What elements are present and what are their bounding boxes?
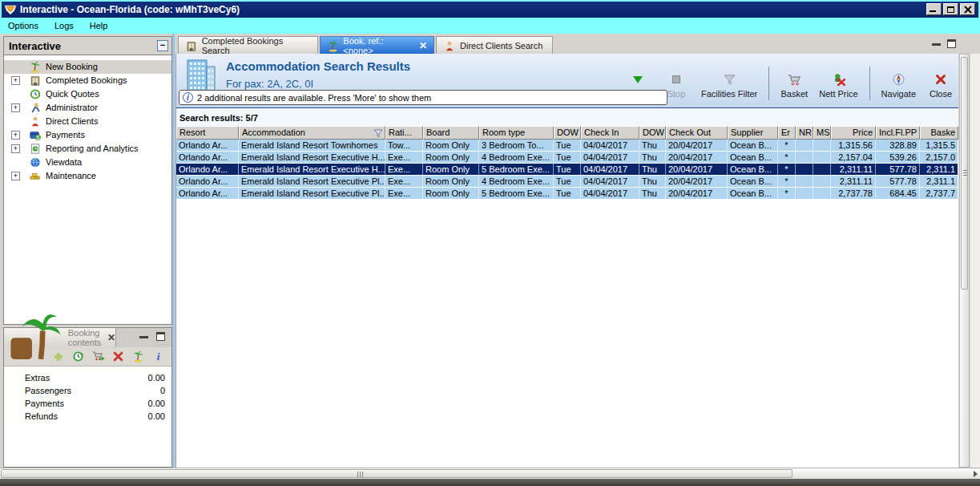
sidebar-item-label: Maintenance	[46, 171, 96, 180]
minimize-button[interactable]	[926, 3, 942, 15]
column-header-label: Accommodation	[242, 128, 305, 137]
table-cell: Thu	[639, 152, 666, 163]
column-header[interactable]: Rati...	[385, 126, 423, 140]
column-header[interactable]: NR	[796, 126, 813, 140]
booking-contents-close-icon[interactable]: ✕	[107, 332, 115, 343]
close-results-button[interactable]: Close	[927, 73, 954, 100]
sidebar-item-quick-quotes[interactable]: Quick Quotes	[4, 87, 171, 101]
table-cell: Emerald Island Resort Executive Pl...	[239, 176, 385, 187]
scroll-right-arrow-icon[interactable]	[974, 471, 978, 477]
delete-x-icon[interactable]	[111, 350, 125, 363]
tab-panel-minimize-icon[interactable]	[932, 43, 941, 46]
tab-close-icon[interactable]: ✕	[419, 40, 427, 51]
table-row[interactable]: Orlando Ar...Emerald Island Resort Execu…	[176, 164, 958, 176]
info-i-icon[interactable]: i	[151, 350, 165, 363]
sidebar-item-viewdata[interactable]: Viewdata	[4, 156, 171, 169]
table-cell: 2,311.11	[831, 164, 876, 175]
column-header[interactable]: DOW	[554, 126, 581, 140]
maximize-button[interactable]	[943, 3, 958, 15]
search-results-count: Search results: 5/7	[176, 109, 958, 126]
column-header[interactable]: Check Out	[666, 126, 728, 140]
column-header[interactable]: DOW	[639, 126, 666, 140]
basket-cart-icon	[788, 73, 801, 86]
table-cell: Emerald Island Resort Executive Pl...	[239, 188, 385, 199]
palm-tree-icon	[29, 61, 42, 73]
column-header[interactable]: Accommodation	[239, 126, 385, 140]
column-header[interactable]: Baske	[920, 126, 958, 140]
table-cell: 577.78	[876, 164, 920, 175]
tab-panel-restore-icon[interactable]	[947, 39, 956, 48]
close-window-button[interactable]	[960, 3, 975, 15]
table-cell: Thu	[639, 164, 666, 175]
minimize-icon	[930, 10, 936, 12]
horizontal-scrollbar[interactable]	[0, 468, 980, 479]
palm-tree-icon[interactable]	[131, 350, 145, 363]
sidebar-item-payments[interactable]: +$Payments	[4, 128, 171, 142]
table-cell: Orlando Ar...	[176, 188, 239, 199]
column-header[interactable]: Room type	[479, 126, 554, 140]
column-filter-icon[interactable]	[373, 129, 383, 138]
column-header[interactable]: Resort	[176, 126, 239, 140]
list-item[interactable]: Refunds 0.00	[4, 410, 171, 423]
page-title: Accommodation Search Results	[226, 59, 410, 73]
sidebar-splitter[interactable]	[172, 34, 175, 468]
sidebar-item-completed-bookings[interactable]: +Completed Bookings	[4, 74, 171, 87]
column-header[interactable]: Er	[778, 126, 796, 140]
sidebar-item-reporting-and-analytics[interactable]: +Reporting and Analytics	[4, 142, 171, 156]
nett-price-button[interactable]: Nett Price	[819, 73, 857, 100]
sidebar-item-administrator[interactable]: +Administrator	[4, 101, 171, 115]
column-header[interactable]: Incl.Fl.PP	[876, 126, 920, 140]
column-header[interactable]: Supplier	[728, 126, 778, 140]
sidebar-collapse-button[interactable]: −	[157, 40, 168, 51]
expand-plus-icon[interactable]: +	[11, 103, 20, 112]
list-item[interactable]: Passengers 0	[4, 384, 171, 397]
client-person-icon	[443, 40, 456, 52]
vertical-scrollbar[interactable]	[959, 54, 970, 468]
column-header[interactable]: Check In	[581, 126, 639, 140]
table-cell: 20/04/2017	[666, 176, 728, 187]
list-item[interactable]: Extras 0.00	[4, 371, 171, 384]
table-row[interactable]: Orlando Ar...Emerald Island Resort Execu…	[176, 176, 958, 188]
menu-logs[interactable]: Logs	[46, 19, 82, 32]
list-item[interactable]: Payments 0.00	[4, 397, 171, 410]
sidebar-item-maintenance[interactable]: +Maintenance	[4, 169, 171, 183]
facilities-filter-button[interactable]: Facilities Filter	[701, 73, 757, 100]
sidebar-item-label: Completed Bookings	[46, 75, 127, 85]
refresh-clock-icon[interactable]	[71, 350, 85, 363]
info-icon: i	[183, 92, 193, 103]
expand-plus-icon[interactable]: +	[11, 172, 20, 180]
tab-completed-bookings-search[interactable]: Completed Bookings Search	[178, 36, 318, 55]
results-table-body: Orlando Ar...Emerald Island Resort Townh…	[176, 140, 958, 200]
table-row[interactable]: Orlando Ar...Emerald Island Resort Execu…	[176, 152, 958, 164]
table-cell: Orlando Ar...	[176, 140, 239, 151]
booking-panel-minimize-icon[interactable]	[139, 336, 148, 338]
sidebar-item-new-booking[interactable]: New Booking	[4, 60, 171, 74]
vertical-scrollbar-thumb[interactable]	[961, 57, 968, 290]
menu-options[interactable]: Options	[0, 19, 46, 32]
expand-plus-icon[interactable]: +	[11, 76, 20, 85]
horizontal-scrollbar-thumb[interactable]	[1, 469, 792, 478]
navigate-button[interactable]: Navigate	[881, 73, 916, 100]
table-row[interactable]: Orlando Ar...Emerald Island Resort Townh…	[176, 140, 958, 152]
button-label: Facilities Filter	[701, 89, 757, 99]
pax-subtitle: For pax: 2A, 2C, 0I	[226, 78, 313, 90]
booking-contents-tab[interactable]: Booking contents ✕	[4, 328, 116, 347]
column-header[interactable]: Price	[831, 126, 876, 140]
column-header[interactable]: Board	[423, 126, 479, 140]
menu-help[interactable]: Help	[82, 19, 116, 32]
table-cell: Tue	[554, 152, 581, 163]
cart-arrow-icon[interactable]	[91, 350, 105, 363]
expand-plus-icon[interactable]: +	[11, 144, 20, 153]
results-table: Resort Accommodation Rati... Board Room …	[176, 126, 958, 200]
table-row[interactable]: Orlando Ar...Emerald Island Resort Execu…	[176, 188, 958, 200]
column-header[interactable]: MS	[813, 126, 831, 140]
table-cell: Emerald Island Resort Townhomes	[239, 140, 385, 151]
sidebar-item-direct-clients[interactable]: Direct Clients	[4, 115, 171, 128]
basket-button[interactable]: Basket	[780, 73, 808, 100]
booking-contents-header: Booking contents ✕	[4, 328, 171, 347]
tab-direct-clients-search[interactable]: Direct Clients Search	[436, 36, 553, 55]
booking-panel-restore-icon[interactable]	[156, 332, 165, 341]
tab-booking-ref[interactable]: Book. ref.: <none> ✕	[320, 36, 434, 55]
sidebar-item-label: Administrator	[46, 103, 98, 112]
expand-plus-icon[interactable]: +	[11, 131, 20, 140]
